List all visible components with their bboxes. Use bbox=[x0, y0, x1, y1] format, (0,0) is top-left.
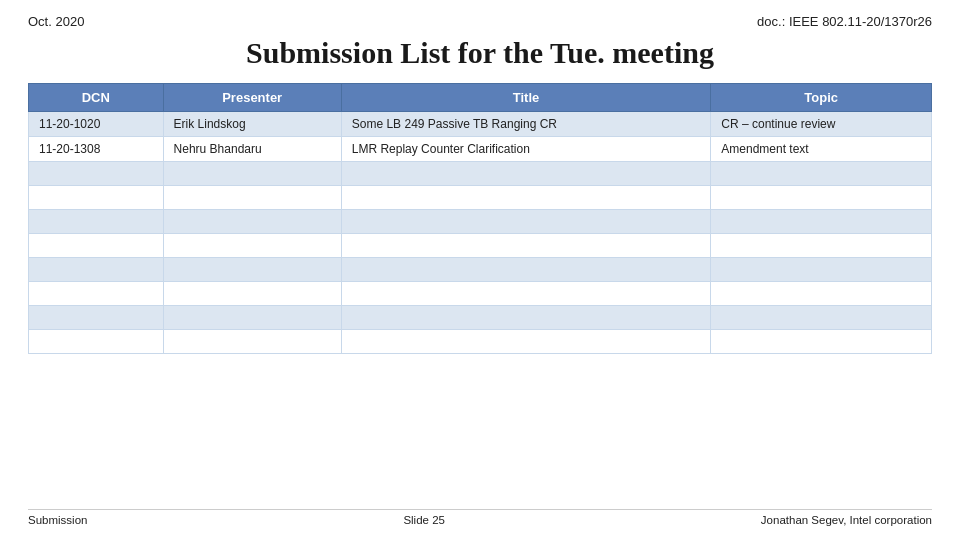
cell-dcn bbox=[29, 234, 164, 258]
doc-reference: doc.: IEEE 802.11-20/1370r26 bbox=[757, 14, 932, 29]
cell-dcn bbox=[29, 306, 164, 330]
cell-dcn bbox=[29, 210, 164, 234]
cell-title bbox=[341, 282, 711, 306]
table-row bbox=[29, 186, 932, 210]
cell-topic bbox=[711, 330, 932, 354]
date-label: Oct. 2020 bbox=[28, 14, 84, 29]
cell-presenter: Nehru Bhandaru bbox=[163, 137, 341, 162]
table-row: 11-20-1308Nehru BhandaruLMR Replay Count… bbox=[29, 137, 932, 162]
cell-topic bbox=[711, 306, 932, 330]
table-row bbox=[29, 162, 932, 186]
cell-topic: Amendment text bbox=[711, 137, 932, 162]
submission-table-container: DCN Presenter Title Topic 11-20-1020Erik… bbox=[28, 83, 932, 501]
page-title: Submission List for the Tue. meeting bbox=[28, 35, 932, 71]
table-header-row: DCN Presenter Title Topic bbox=[29, 84, 932, 112]
cell-topic bbox=[711, 258, 932, 282]
table-row bbox=[29, 330, 932, 354]
cell-title bbox=[341, 306, 711, 330]
table-row bbox=[29, 258, 932, 282]
cell-title bbox=[341, 210, 711, 234]
cell-dcn: 11-20-1020 bbox=[29, 112, 164, 137]
cell-dcn: 11-20-1308 bbox=[29, 137, 164, 162]
cell-presenter: Erik Lindskog bbox=[163, 112, 341, 137]
cell-dcn bbox=[29, 282, 164, 306]
col-header-presenter: Presenter bbox=[163, 84, 341, 112]
cell-title bbox=[341, 234, 711, 258]
cell-presenter bbox=[163, 162, 341, 186]
footer-left: Submission bbox=[28, 514, 87, 526]
col-header-dcn: DCN bbox=[29, 84, 164, 112]
table-row bbox=[29, 234, 932, 258]
header-bar: Oct. 2020 doc.: IEEE 802.11-20/1370r26 bbox=[28, 14, 932, 29]
footer-center: Slide 25 bbox=[403, 514, 445, 526]
cell-title: Some LB 249 Passive TB Ranging CR bbox=[341, 112, 711, 137]
slide: Oct. 2020 doc.: IEEE 802.11-20/1370r26 S… bbox=[0, 0, 960, 540]
cell-presenter bbox=[163, 330, 341, 354]
cell-dcn bbox=[29, 186, 164, 210]
cell-presenter bbox=[163, 210, 341, 234]
cell-topic bbox=[711, 282, 932, 306]
cell-presenter bbox=[163, 282, 341, 306]
footer-right: Jonathan Segev, Intel corporation bbox=[761, 514, 932, 526]
cell-title bbox=[341, 330, 711, 354]
col-header-title: Title bbox=[341, 84, 711, 112]
cell-dcn bbox=[29, 330, 164, 354]
cell-topic bbox=[711, 186, 932, 210]
cell-title bbox=[341, 162, 711, 186]
table-row bbox=[29, 282, 932, 306]
cell-topic: CR – continue review bbox=[711, 112, 932, 137]
cell-presenter bbox=[163, 234, 341, 258]
table-row: 11-20-1020Erik LindskogSome LB 249 Passi… bbox=[29, 112, 932, 137]
footer-bar: Submission Slide 25 Jonathan Segev, Inte… bbox=[28, 509, 932, 526]
cell-topic bbox=[711, 162, 932, 186]
table-row bbox=[29, 306, 932, 330]
cell-title bbox=[341, 186, 711, 210]
cell-presenter bbox=[163, 306, 341, 330]
table-row bbox=[29, 210, 932, 234]
cell-title bbox=[341, 258, 711, 282]
col-header-topic: Topic bbox=[711, 84, 932, 112]
cell-presenter bbox=[163, 258, 341, 282]
cell-topic bbox=[711, 210, 932, 234]
cell-title: LMR Replay Counter Clarification bbox=[341, 137, 711, 162]
cell-presenter bbox=[163, 186, 341, 210]
submission-table: DCN Presenter Title Topic 11-20-1020Erik… bbox=[28, 83, 932, 354]
cell-dcn bbox=[29, 162, 164, 186]
cell-topic bbox=[711, 234, 932, 258]
cell-dcn bbox=[29, 258, 164, 282]
